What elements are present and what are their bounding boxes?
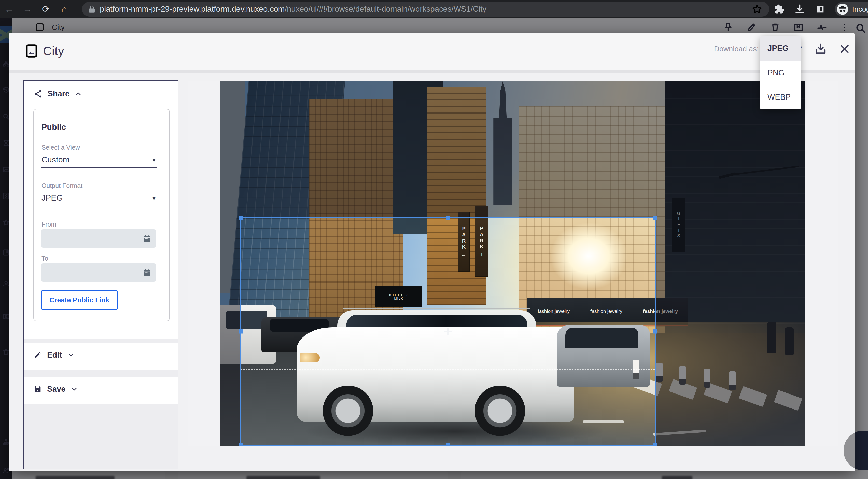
- crop-handle-nw[interactable]: [239, 216, 243, 220]
- crop-selection[interactable]: [240, 217, 656, 446]
- thirds-guide-vertical: [379, 218, 379, 445]
- incognito-label: Incognito: [852, 5, 868, 13]
- format-option-png[interactable]: PNG: [760, 61, 801, 85]
- output-format-label: Output Format: [41, 182, 83, 189]
- select-view-label: Select a View: [41, 144, 80, 151]
- close-icon[interactable]: [839, 43, 850, 55]
- share-label: Share: [48, 89, 69, 98]
- from-label: From: [41, 221, 56, 228]
- view-select[interactable]: Custom ▾: [41, 155, 157, 168]
- pedestrian: [767, 322, 777, 353]
- to-label: To: [41, 255, 48, 262]
- edit-section: Edit: [24, 343, 178, 370]
- to-date-input[interactable]: [41, 263, 156, 282]
- screen: ← → ⟳ ⌂ platform-nmm-pr-29-preview.platf…: [0, 0, 868, 479]
- share-section: Share Public Select a View Custom ▾ Outp…: [24, 81, 178, 339]
- from-date-input[interactable]: [41, 229, 156, 248]
- side-panel-icon[interactable]: [815, 4, 825, 14]
- edit-section-header[interactable]: Edit: [24, 343, 178, 360]
- crop-handle-n[interactable]: [446, 216, 450, 220]
- home-icon[interactable]: ⌂: [55, 0, 73, 18]
- browser-toolbar: ← → ⟳ ⌂ platform-nmm-pr-29-preview.platf…: [0, 0, 868, 18]
- crop-handle-ne[interactable]: [653, 216, 657, 220]
- downloads-icon[interactable]: [794, 4, 805, 15]
- thirds-guide-horizontal: [241, 369, 655, 370]
- city-photo: GIFTS fashion jewelry fashion jewelry fa…: [220, 81, 805, 446]
- crop-center-crosshair: [444, 327, 452, 335]
- thirds-guide-vertical: [517, 218, 518, 445]
- download-as-label: Download as:: [714, 45, 759, 53]
- public-share-card: Public Select a View Custom ▾ Output For…: [33, 109, 170, 321]
- output-format-select[interactable]: JPEG ▾: [41, 193, 157, 206]
- preview-modal: City Download as: JPEG ▾ Share: [9, 33, 855, 471]
- url-bar[interactable]: platform-nmm-pr-29-preview.platform.dev.…: [82, 2, 769, 17]
- bollard: [679, 366, 686, 385]
- chevron-down-icon: [70, 385, 78, 393]
- crop-handle-se[interactable]: [653, 443, 657, 446]
- save-section: Save: [24, 377, 178, 404]
- crop-handle-sw[interactable]: [239, 443, 243, 446]
- thirds-guide-horizontal: [241, 294, 655, 294]
- gifts-sign: GIFTS: [672, 198, 685, 253]
- tools-panel: Share Public Select a View Custom ▾ Outp…: [23, 81, 178, 469]
- image-icon: [26, 44, 37, 58]
- download-icon[interactable]: [814, 42, 827, 55]
- save-section-header[interactable]: Save: [24, 377, 178, 394]
- forward-icon[interactable]: →: [18, 0, 37, 18]
- chevron-up-icon: [74, 90, 82, 98]
- share-icon: [33, 89, 42, 98]
- chevron-down-icon: [67, 351, 75, 359]
- url-text: platform-nmm-pr-29-preview.platform.dev.…: [100, 5, 487, 14]
- save-label: Save: [47, 385, 65, 394]
- chevron-down-icon: ▾: [152, 194, 156, 201]
- back-icon[interactable]: ←: [0, 0, 18, 18]
- bookmark-star-icon[interactable]: [751, 4, 763, 15]
- download-format-menu: JPEG PNG WEBP: [760, 36, 801, 109]
- modal-header: City Download as: JPEG ▾: [9, 33, 855, 73]
- bollard: [704, 369, 710, 388]
- extensions-icon[interactable]: [774, 4, 784, 14]
- crop-handle-w[interactable]: [239, 329, 243, 334]
- bollard: [656, 363, 662, 382]
- image-viewer: GIFTS fashion jewelry fashion jewelry fa…: [188, 81, 838, 446]
- lock-icon: [89, 5, 95, 13]
- format-option-webp[interactable]: WEBP: [760, 85, 801, 109]
- reload-icon[interactable]: ⟳: [37, 0, 55, 18]
- modal-title: City: [43, 44, 64, 58]
- crop-handle-e[interactable]: [653, 329, 657, 334]
- create-public-link-button[interactable]: Create Public Link: [41, 290, 118, 310]
- calendar-icon: [143, 268, 151, 277]
- edit-label: Edit: [47, 350, 62, 360]
- public-card-title: Public: [41, 122, 66, 132]
- pedestrian: [785, 327, 794, 355]
- incognito-badge[interactable]: Incognito: [835, 2, 868, 16]
- calendar-icon: [143, 234, 151, 243]
- chevron-down-icon: ▾: [152, 156, 156, 163]
- pencil-icon: [33, 351, 42, 359]
- bollard: [729, 371, 735, 390]
- share-section-header[interactable]: Share: [24, 81, 178, 98]
- format-option-jpeg[interactable]: JPEG: [760, 36, 801, 61]
- save-floppy-icon: [33, 385, 42, 393]
- crop-handle-s[interactable]: [446, 443, 450, 446]
- incognito-icon: [837, 4, 848, 15]
